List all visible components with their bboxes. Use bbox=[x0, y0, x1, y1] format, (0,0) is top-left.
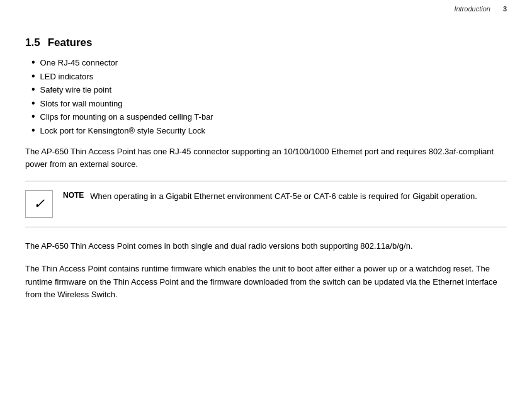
bullet-icon: • bbox=[31, 71, 35, 81]
list-item: •Slots for wall mounting bbox=[31, 98, 507, 110]
chapter-title: Introduction bbox=[454, 5, 490, 13]
note-text: When operating in a Gigabit Ethernet env… bbox=[90, 190, 477, 203]
section-heading: 1.5 Features bbox=[25, 37, 507, 49]
list-item: •Lock port for Kensington® style Securit… bbox=[31, 125, 507, 137]
note-icon: ✓ bbox=[25, 190, 53, 218]
list-item-text: Safety wire tie point bbox=[40, 84, 111, 96]
list-item: •One RJ-45 connector bbox=[31, 57, 507, 69]
feature-list: •One RJ-45 connector•LED indicators•Safe… bbox=[31, 57, 507, 137]
description-paragraph-2: The AP-650 Thin Access Point comes in bo… bbox=[25, 240, 507, 253]
list-item: •Clips for mounting on a suspended ceili… bbox=[31, 111, 507, 123]
description-paragraph-3: The Thin Access Point contains runtime f… bbox=[25, 263, 507, 300]
section-title: Features bbox=[48, 37, 93, 49]
bullet-icon: • bbox=[31, 84, 35, 94]
bullet-icon: • bbox=[31, 125, 35, 135]
description-paragraph-1: The AP-650 Thin Access Point has one RJ-… bbox=[25, 145, 507, 171]
page-header: Introduction 3 bbox=[0, 0, 532, 18]
note-label: NOTE bbox=[63, 191, 84, 200]
list-item-text: Slots for wall mounting bbox=[40, 98, 123, 110]
list-item-text: LED indicators bbox=[40, 71, 94, 83]
list-item-text: Lock port for Kensington® style Security… bbox=[40, 125, 205, 137]
bullet-icon: • bbox=[31, 57, 35, 67]
list-item: •Safety wire tie point bbox=[31, 84, 507, 96]
bullet-icon: • bbox=[31, 98, 35, 108]
list-item: •LED indicators bbox=[31, 71, 507, 83]
checkmark-icon: ✓ bbox=[33, 196, 45, 212]
list-item-text: One RJ-45 connector bbox=[40, 57, 118, 69]
list-item-text: Clips for mounting on a suspended ceilin… bbox=[40, 111, 213, 123]
section-number: 1.5 bbox=[25, 37, 40, 49]
note-box: ✓ NOTE When operating in a Gigabit Ether… bbox=[25, 181, 507, 227]
note-content: NOTE When operating in a Gigabit Etherne… bbox=[63, 190, 507, 203]
page-number: 3 bbox=[503, 5, 507, 13]
bullet-icon: • bbox=[31, 111, 35, 122]
main-content: 1.5 Features •One RJ-45 connector•LED in… bbox=[0, 18, 532, 330]
